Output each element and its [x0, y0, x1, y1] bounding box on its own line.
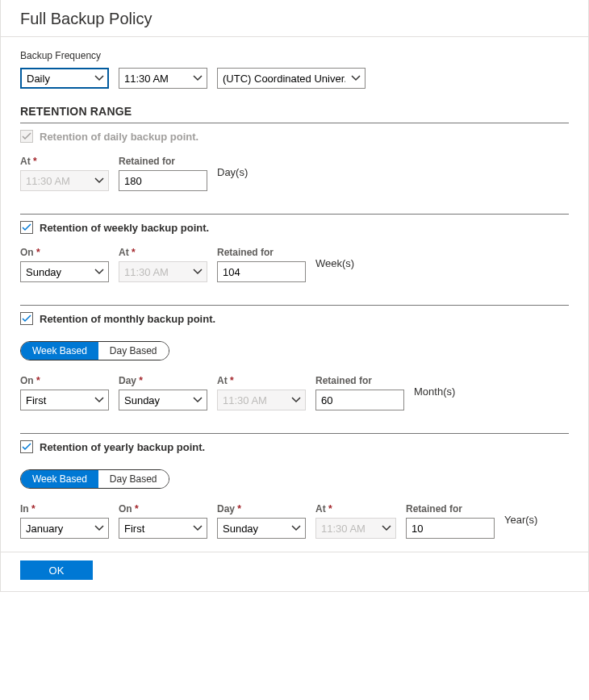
weekly-at-label: At *	[119, 247, 207, 258]
weekly-unit-label: Week(s)	[315, 257, 354, 273]
yearly-day-based-pill[interactable]: Day Based	[98, 470, 169, 488]
yearly-day-select[interactable]: Sunday	[217, 518, 306, 539]
weekly-retained-input[interactable]	[217, 261, 306, 282]
monthly-retention-checkbox[interactable]	[20, 312, 33, 325]
daily-retention-label: Retention of daily backup point.	[40, 131, 198, 143]
yearly-in-select[interactable]: January	[20, 518, 109, 539]
monthly-retention-label: Retention of monthly backup point.	[40, 313, 215, 325]
yearly-retained-label: Retained for	[406, 503, 495, 515]
monthly-day-select[interactable]: Sunday	[119, 390, 207, 410]
check-icon	[22, 223, 31, 232]
monthly-on-select[interactable]: First	[20, 390, 109, 410]
backup-frequency-mode-select[interactable]: Daily	[20, 68, 109, 89]
yearly-basis-toggle[interactable]: Week Based Day Based	[20, 469, 169, 489]
monthly-unit-label: Month(s)	[414, 385, 455, 401]
monthly-on-label: On *	[20, 375, 109, 386]
daily-at-label: At *	[20, 156, 109, 167]
daily-retained-input[interactable]	[119, 170, 207, 191]
yearly-day-label: Day *	[217, 503, 306, 515]
divider	[20, 123, 569, 123]
monthly-at-label: At *	[217, 375, 306, 386]
backup-frequency-tz-select[interactable]: (UTC) Coordinated Univer...	[217, 68, 366, 89]
retention-range-header: RETENTION RANGE	[20, 105, 569, 118]
monthly-basis-toggle[interactable]: Week Based Day Based	[20, 341, 169, 360]
divider	[20, 433, 569, 434]
yearly-week-based-pill[interactable]: Week Based	[21, 470, 98, 488]
yearly-in-label: In *	[20, 503, 109, 515]
yearly-retained-input[interactable]	[406, 518, 495, 539]
yearly-unit-label: Year(s)	[504, 514, 537, 529]
backup-frequency-label: Backup Frequency	[20, 50, 569, 61]
monthly-week-based-pill[interactable]: Week Based	[21, 342, 98, 360]
yearly-at-select: 11:30 AM	[315, 518, 396, 539]
yearly-on-label: On *	[119, 503, 207, 515]
ok-button[interactable]: OK	[20, 560, 93, 580]
weekly-at-select: 11:30 AM	[119, 261, 207, 282]
monthly-day-based-pill[interactable]: Day Based	[98, 342, 169, 360]
divider	[20, 214, 569, 215]
check-icon	[22, 314, 31, 323]
yearly-at-label: At *	[315, 503, 396, 515]
yearly-on-select[interactable]: First	[119, 518, 207, 539]
divider	[20, 305, 569, 306]
page-title: Full Backup Policy	[20, 10, 569, 28]
check-icon	[22, 442, 31, 452]
daily-retained-label: Retained for	[119, 156, 207, 167]
weekly-retention-label: Retention of weekly backup point.	[40, 222, 209, 234]
check-icon	[22, 131, 31, 141]
weekly-on-label: On *	[20, 247, 109, 258]
backup-frequency-time-select[interactable]: 11:30 AM	[119, 68, 207, 89]
yearly-retention-checkbox[interactable]	[20, 440, 33, 453]
monthly-at-select: 11:30 AM	[217, 390, 306, 410]
daily-unit-label: Day(s)	[217, 166, 248, 181]
weekly-retention-checkbox[interactable]	[20, 221, 33, 234]
monthly-retained-input[interactable]	[315, 390, 404, 410]
daily-retention-checkbox	[20, 130, 33, 143]
yearly-retention-label: Retention of yearly backup point.	[40, 441, 205, 453]
monthly-day-label: Day *	[119, 375, 207, 386]
monthly-retained-label: Retained for	[315, 375, 404, 386]
daily-at-select: 11:30 AM	[20, 170, 109, 191]
weekly-on-select[interactable]: Sunday	[20, 261, 109, 282]
weekly-retained-label: Retained for	[217, 247, 306, 258]
